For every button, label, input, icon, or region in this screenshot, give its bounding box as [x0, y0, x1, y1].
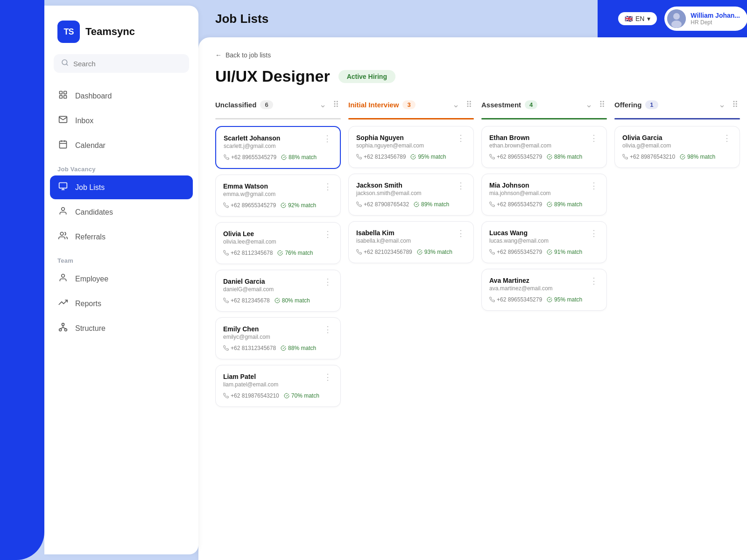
col-menu-btn-unclassified[interactable]: ⠿: [331, 98, 341, 111]
card-menu-button[interactable]: ⋮: [456, 182, 466, 190]
candidate-name: Emily Chen: [223, 325, 270, 333]
candidate-info: Liam Patel liam.patel@email.com: [223, 373, 278, 388]
card-match: 98% match: [680, 154, 715, 160]
col-collapse-btn-offering[interactable]: ⌄: [717, 98, 727, 111]
candidate-email: danielG@email.com: [223, 286, 274, 293]
search-box[interactable]: [54, 54, 189, 73]
card-menu-button[interactable]: ⋮: [322, 134, 332, 143]
card-menu-button[interactable]: ⋮: [323, 373, 333, 381]
sidebar-item-candidates[interactable]: Candidates: [50, 200, 193, 224]
col-menu-btn-assessment[interactable]: ⠿: [597, 98, 607, 111]
flag-icon: 🇬🇧: [625, 15, 633, 22]
svg-point-17: [59, 329, 62, 331]
sidebar-item-reports[interactable]: Reports: [50, 292, 193, 315]
candidate-info: Olivia Lee olivia.lee@email.com: [223, 230, 276, 245]
candidate-info: Olivia Garcia olivia.g@email.com: [622, 134, 671, 149]
sidebar-item-structure[interactable]: Structure: [50, 316, 193, 340]
calendar-icon: [57, 140, 69, 151]
sidebar-item-dashboard[interactable]: Dashboard: [50, 84, 193, 108]
user-profile[interactable]: William Johan... HR Dept: [664, 7, 747, 31]
back-link[interactable]: ← Back to job lists: [215, 51, 747, 59]
reports-icon: [57, 298, 69, 309]
language-selector[interactable]: 🇬🇧 EN ▾: [618, 12, 657, 25]
sidebar-item-label: Referrals: [75, 233, 106, 241]
card-match: 95% match: [410, 154, 446, 160]
col-collapse-btn-assessment[interactable]: ⌄: [584, 98, 594, 111]
sidebar-item-job-lists[interactable]: Job Lists: [50, 175, 193, 199]
card-top: Lucas Wang lucas.wang@email.com ⋮: [489, 229, 599, 244]
kanban-col-offering: Offering 1 ⌄ ⠿ Olivia Garcia olivia.g@em…: [614, 98, 747, 537]
col-collapse-btn-unclassified[interactable]: ⌄: [317, 98, 328, 111]
col-collapse-btn-initial-interview[interactable]: ⌄: [451, 98, 461, 111]
card-phone: +62 812345678: [223, 297, 270, 304]
sidebar-item-referrals[interactable]: Referrals: [50, 225, 193, 249]
sidebar-item-label: Inbox: [75, 117, 93, 125]
candidate-card[interactable]: Jackson Smith jackson.smith@email.com ⋮ …: [348, 174, 474, 216]
card-phone: +62 8123456789: [356, 154, 406, 160]
sidebar-item-label: Job Lists: [75, 183, 105, 192]
candidate-card[interactable]: Emily Chen emilyc@gmail.com ⋮ +62 813123…: [215, 317, 341, 359]
candidate-info: Mia Johnson mia.johnson@email.com: [489, 182, 551, 196]
candidate-info: Emily Chen emilyc@gmail.com: [223, 325, 270, 340]
candidate-card[interactable]: Emma Watson emma.w@gmail.com ⋮ +62 89655…: [215, 175, 341, 217]
card-bottom: +62 89876543210 98% match: [622, 154, 732, 160]
col-menu-btn-offering[interactable]: ⠿: [730, 98, 740, 111]
card-menu-button[interactable]: ⋮: [589, 277, 599, 285]
candidate-card[interactable]: Ava Martinez ava.martinez@email.com ⋮ +6…: [481, 269, 607, 311]
sidebar-item-calendar[interactable]: Calendar: [50, 133, 193, 157]
card-menu-button[interactable]: ⋮: [589, 134, 599, 142]
card-top: Isabella Kim isabella.k@email.com ⋮: [356, 229, 466, 244]
card-menu-button[interactable]: ⋮: [323, 325, 333, 334]
candidate-email: emma.w@gmail.com: [223, 191, 275, 197]
card-match: 70% match: [284, 392, 319, 399]
candidate-card[interactable]: Liam Patel liam.patel@email.com ⋮ +62 81…: [215, 365, 341, 407]
card-menu-button[interactable]: ⋮: [323, 278, 333, 286]
candidate-name: Scarlett Johanson: [224, 134, 280, 142]
card-menu-button[interactable]: ⋮: [589, 229, 599, 238]
candidate-card[interactable]: Sophia Nguyen sophia.nguyen@email.com ⋮ …: [348, 126, 474, 168]
candidate-name: Mia Johnson: [489, 182, 551, 189]
card-top: Sophia Nguyen sophia.nguyen@email.com ⋮: [356, 134, 466, 149]
sidebar-item-inbox[interactable]: Inbox: [50, 109, 193, 133]
dashboard-icon: [57, 90, 69, 102]
candidate-name: Sophia Nguyen: [356, 134, 424, 141]
candidate-email: olivia.g@email.com: [622, 142, 671, 149]
candidate-card[interactable]: Scarlett Johanson scarlett.j@gmail.com ⋮…: [215, 126, 341, 169]
candidate-card[interactable]: Olivia Garcia olivia.g@email.com ⋮ +62 8…: [614, 126, 740, 168]
candidate-card[interactable]: Lucas Wang lucas.wang@email.com ⋮ +62 89…: [481, 221, 607, 263]
card-bottom: +62 89655345279 88% match: [224, 154, 332, 161]
job-lists-icon: [57, 182, 69, 193]
col-count-unclassified: 6: [260, 100, 273, 109]
candidate-card[interactable]: Mia Johnson mia.johnson@email.com ⋮ +62 …: [481, 174, 607, 216]
col-header-offering: Offering 1 ⌄ ⠿: [614, 98, 740, 116]
card-menu-button[interactable]: ⋮: [722, 134, 732, 142]
card-menu-button[interactable]: ⋮: [323, 182, 333, 191]
svg-point-15: [62, 274, 65, 278]
card-menu-button[interactable]: ⋮: [323, 230, 333, 238]
card-phone: +62 89655345279: [489, 201, 542, 208]
candidate-card[interactable]: Olivia Lee olivia.lee@email.com ⋮ +62 81…: [215, 222, 341, 264]
candidate-email: lucas.wang@email.com: [489, 238, 549, 244]
candidate-name: Ava Martinez: [489, 277, 553, 284]
col-title-assessment: Assestment: [481, 101, 521, 109]
candidate-email: ethan.brown@email.com: [489, 142, 551, 149]
col-cards-initial-interview: Sophia Nguyen sophia.nguyen@email.com ⋮ …: [348, 126, 474, 537]
search-input[interactable]: [73, 60, 182, 68]
candidate-email: jackson.smith@email.com: [356, 190, 422, 196]
sidebar-item-label: Structure: [75, 324, 106, 333]
sidebar-item-employee[interactable]: Employee: [50, 267, 193, 291]
candidate-card[interactable]: Daniel Garcia danielG@email.com ⋮ +62 81…: [215, 270, 341, 312]
candidate-info: Ava Martinez ava.martinez@email.com: [489, 277, 553, 292]
card-menu-button[interactable]: ⋮: [456, 134, 466, 142]
candidate-card[interactable]: Isabella Kim isabella.k@email.com ⋮ +62 …: [348, 221, 474, 263]
card-menu-button[interactable]: ⋮: [589, 182, 599, 190]
col-menu-btn-initial-interview[interactable]: ⠿: [464, 98, 474, 111]
candidate-card[interactable]: Ethan Brown ethan.brown@email.com ⋮ +62 …: [481, 126, 607, 168]
card-menu-button[interactable]: ⋮: [456, 229, 466, 238]
candidate-info: Lucas Wang lucas.wang@email.com: [489, 229, 549, 244]
candidate-name: Isabella Kim: [356, 229, 411, 237]
card-match: 88% match: [281, 154, 317, 161]
card-phone: +62 8112345678: [223, 250, 273, 256]
candidate-info: Isabella Kim isabella.k@email.com: [356, 229, 411, 244]
card-top: Ethan Brown ethan.brown@email.com ⋮: [489, 134, 599, 149]
